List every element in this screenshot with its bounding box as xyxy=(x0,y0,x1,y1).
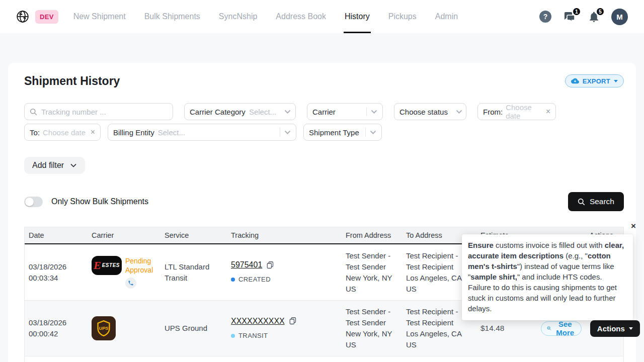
nav-item-new-shipment[interactable]: New Shipment xyxy=(72,0,127,33)
copy-icon[interactable] xyxy=(289,317,296,325)
nav-item-history[interactable]: History xyxy=(344,0,371,33)
customs-notice-popup: × Ensure customs invoice is filled out w… xyxy=(462,234,633,320)
caret-down-icon xyxy=(629,327,633,330)
clear-to-date-icon[interactable]: × xyxy=(91,128,95,137)
search-button[interactable]: Search xyxy=(568,192,624,211)
estes-carrier-logo[interactable]: E ESTES xyxy=(92,256,122,275)
ups-carrier-logo[interactable]: UPS xyxy=(92,316,116,340)
clear-from-date-icon[interactable]: × xyxy=(546,107,550,116)
search-icon xyxy=(30,108,37,116)
billing-entity-select[interactable]: Billing Entity Select... xyxy=(108,124,296,141)
chevron-down-icon xyxy=(284,110,291,114)
copy-icon[interactable] xyxy=(266,261,274,269)
messages-badge: 1 xyxy=(572,7,581,16)
tracking-number-input[interactable] xyxy=(41,108,168,116)
column-header-from-address: From Address xyxy=(346,231,406,239)
column-header-date: Date xyxy=(29,231,92,239)
close-icon[interactable]: × xyxy=(631,222,636,230)
from-address-cell: Test Sender -Test Sender New York, NYUS xyxy=(346,250,406,295)
phone-icon[interactable] xyxy=(125,278,136,289)
nav-item-pickups[interactable]: Pickups xyxy=(387,0,418,33)
date-cell: 03/18/2026 00:03:34 xyxy=(29,261,92,284)
column-header-carrier: Carrier xyxy=(92,231,165,239)
magnifier-icon xyxy=(547,325,551,332)
page-title: Shipment History xyxy=(16,74,120,88)
notifications-badge: 5 xyxy=(596,7,605,16)
tracking-search-box xyxy=(24,103,173,120)
status-select[interactable]: Choose status xyxy=(394,103,466,120)
add-filter-button[interactable]: Add filter xyxy=(24,157,85,174)
carrier-category-select[interactable]: Carrier Category Select... xyxy=(184,103,296,120)
chevron-down-icon xyxy=(284,130,291,135)
carrier-cell: E ESTES Pending Approval xyxy=(92,256,165,289)
chevron-down-icon xyxy=(456,110,462,114)
chevron-down-icon xyxy=(370,130,376,135)
see-more-button[interactable]: See More xyxy=(541,321,582,336)
shipment-type-select[interactable]: Shipment Type xyxy=(303,124,382,141)
to-date-picker[interactable]: To: Choose date × xyxy=(24,124,101,141)
chevron-down-icon xyxy=(371,110,377,114)
nav-item-bulk-shipments[interactable]: Bulk Shipments xyxy=(143,0,201,33)
nav-item-address-book[interactable]: Address Book xyxy=(275,0,327,33)
table-row: Test Sender - Test Recipient xyxy=(25,356,623,362)
column-header-tracking: Tracking xyxy=(231,231,346,239)
status-badge: TRANSIT xyxy=(238,330,268,341)
bulk-shipments-toggle[interactable] xyxy=(24,197,43,207)
search-icon xyxy=(578,198,585,206)
status-badge: CREATED xyxy=(238,274,271,285)
service-cell: LTL Standard Transit xyxy=(165,261,231,284)
carrier-cell: UPS xyxy=(92,316,165,340)
customs-notice-text: Ensure customs invoice is filled out wit… xyxy=(468,240,626,314)
env-badge: DEV xyxy=(35,10,58,24)
from-address-cell: Test Sender -Test Sender New York, NYUS xyxy=(346,306,406,350)
svg-text:UPS: UPS xyxy=(99,326,109,331)
nav-item-admin[interactable]: Admin xyxy=(434,0,459,33)
avatar[interactable]: M xyxy=(611,9,628,25)
bulk-toggle-label: Only Show Bulk Shipments xyxy=(51,197,148,206)
top-navbar: DEV New Shipment Bulk Shipments SyncNshi… xyxy=(0,0,644,33)
globe-logo-icon xyxy=(16,10,29,23)
status-dot xyxy=(231,278,235,282)
to-address-cell: Test Recipient xyxy=(406,356,480,362)
export-button[interactable]: EXPORT xyxy=(565,74,624,87)
messages-icon[interactable]: 1 xyxy=(562,11,577,23)
tracking-cell: 5975401 CREATED xyxy=(231,259,346,285)
chevron-down-icon xyxy=(70,163,77,168)
actions-cell: See More Actions xyxy=(541,320,644,337)
row-actions-button[interactable]: Actions xyxy=(590,320,640,337)
from-date-picker[interactable]: From: Choose date × xyxy=(477,103,556,120)
nav-item-syncnship[interactable]: SyncNship xyxy=(218,0,258,33)
main-nav: New Shipment Bulk Shipments SyncNship Ad… xyxy=(72,0,475,33)
cloud-download-icon xyxy=(571,77,579,84)
toggle-knob xyxy=(25,198,34,206)
date-cell: 03/18/2026 00:00:42 xyxy=(29,317,92,339)
service-cell: UPS Ground xyxy=(165,323,231,334)
caret-down-icon xyxy=(614,80,618,82)
notifications-icon[interactable]: 5 xyxy=(588,11,600,23)
from-address-cell: Test Sender - xyxy=(346,356,406,362)
tracking-cell: XXXXXXXXXX TRANSIT xyxy=(231,316,346,341)
tracking-link[interactable]: 5975401 xyxy=(231,259,262,270)
column-header-service: Service xyxy=(165,231,231,239)
status-dot xyxy=(231,334,235,338)
carrier-select[interactable]: Carrier xyxy=(307,103,383,120)
tracking-link[interactable]: XXXXXXXXXX xyxy=(231,316,285,327)
help-icon[interactable]: ? xyxy=(539,11,551,23)
pending-approval-badge: Pending Approval xyxy=(125,256,158,275)
estimate-cell: $14.48 xyxy=(480,323,541,334)
